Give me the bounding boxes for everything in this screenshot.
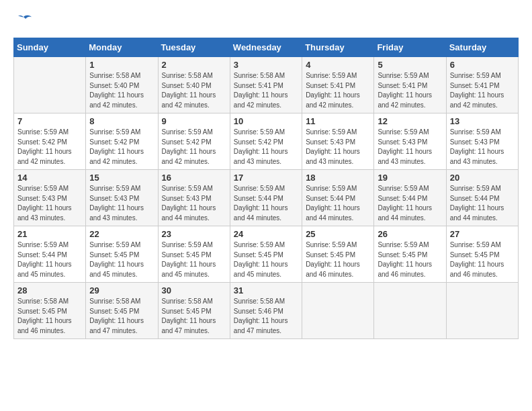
page-header (13, 13, 519, 27)
day-detail: Sunrise: 5:58 AM Sunset: 5:40 PM Dayligh… (162, 71, 226, 110)
day-cell: 9Sunrise: 5:59 AM Sunset: 5:42 PM Daylig… (158, 113, 230, 170)
day-detail: Sunrise: 5:59 AM Sunset: 5:41 PM Dayligh… (450, 71, 515, 110)
week-row-1: 1Sunrise: 5:58 AM Sunset: 5:40 PM Daylig… (14, 57, 519, 113)
day-cell: 31Sunrise: 5:58 AM Sunset: 5:46 PM Dayli… (230, 283, 302, 339)
day-cell: 27Sunrise: 5:59 AM Sunset: 5:45 PM Dayli… (446, 226, 518, 283)
day-detail: Sunrise: 5:59 AM Sunset: 5:43 PM Dayligh… (306, 128, 370, 167)
day-cell: 7Sunrise: 5:59 AM Sunset: 5:42 PM Daylig… (14, 113, 86, 170)
day-detail: Sunrise: 5:59 AM Sunset: 5:43 PM Dayligh… (89, 184, 154, 223)
calendar-table: SundayMondayTuesdayWednesdayThursdayFrid… (13, 38, 519, 339)
day-detail: Sunrise: 5:59 AM Sunset: 5:45 PM Dayligh… (234, 240, 298, 279)
day-detail: Sunrise: 5:59 AM Sunset: 5:45 PM Dayligh… (378, 240, 442, 279)
day-number: 24 (234, 229, 298, 239)
day-number: 20 (450, 173, 515, 183)
day-cell: 8Sunrise: 5:59 AM Sunset: 5:42 PM Daylig… (86, 113, 158, 170)
day-number: 16 (162, 173, 226, 183)
day-number: 13 (450, 116, 515, 126)
day-number: 14 (17, 173, 82, 183)
calendar-body: 1Sunrise: 5:58 AM Sunset: 5:40 PM Daylig… (14, 57, 519, 339)
day-detail: Sunrise: 5:58 AM Sunset: 5:46 PM Dayligh… (234, 297, 298, 336)
day-number: 15 (89, 173, 154, 183)
day-cell (446, 283, 518, 339)
day-number: 18 (306, 173, 370, 183)
day-cell: 15Sunrise: 5:59 AM Sunset: 5:43 PM Dayli… (86, 170, 158, 226)
day-detail: Sunrise: 5:58 AM Sunset: 5:45 PM Dayligh… (17, 297, 82, 336)
day-detail: Sunrise: 5:59 AM Sunset: 5:45 PM Dayligh… (89, 240, 154, 279)
column-header-sunday: Sunday (14, 38, 86, 57)
day-number: 5 (378, 60, 442, 70)
day-cell: 5Sunrise: 5:59 AM Sunset: 5:41 PM Daylig… (374, 57, 446, 113)
day-number: 19 (378, 173, 442, 183)
day-number: 17 (234, 173, 298, 183)
column-header-tuesday: Tuesday (158, 38, 230, 57)
day-detail: Sunrise: 5:59 AM Sunset: 5:42 PM Dayligh… (17, 128, 82, 167)
day-number: 8 (89, 116, 154, 126)
column-header-monday: Monday (86, 38, 158, 57)
day-detail: Sunrise: 5:58 AM Sunset: 5:45 PM Dayligh… (89, 297, 154, 336)
day-cell: 26Sunrise: 5:59 AM Sunset: 5:45 PM Dayli… (374, 226, 446, 283)
day-cell: 25Sunrise: 5:59 AM Sunset: 5:45 PM Dayli… (302, 226, 374, 283)
day-detail: Sunrise: 5:59 AM Sunset: 5:43 PM Dayligh… (162, 184, 226, 223)
day-number: 3 (234, 60, 298, 70)
week-row-4: 21Sunrise: 5:59 AM Sunset: 5:44 PM Dayli… (14, 226, 519, 283)
day-cell: 23Sunrise: 5:59 AM Sunset: 5:45 PM Dayli… (158, 226, 230, 283)
day-number: 27 (450, 229, 515, 239)
day-cell: 17Sunrise: 5:59 AM Sunset: 5:44 PM Dayli… (230, 170, 302, 226)
day-detail: Sunrise: 5:59 AM Sunset: 5:42 PM Dayligh… (234, 128, 298, 167)
day-number: 4 (306, 60, 370, 70)
day-cell: 14Sunrise: 5:59 AM Sunset: 5:43 PM Dayli… (14, 170, 86, 226)
day-detail: Sunrise: 5:59 AM Sunset: 5:43 PM Dayligh… (17, 184, 82, 223)
day-detail: Sunrise: 5:59 AM Sunset: 5:44 PM Dayligh… (234, 184, 298, 223)
day-cell: 1Sunrise: 5:58 AM Sunset: 5:40 PM Daylig… (86, 57, 158, 113)
day-detail: Sunrise: 5:59 AM Sunset: 5:43 PM Dayligh… (378, 128, 442, 167)
logo-icon (13, 13, 34, 27)
day-cell: 24Sunrise: 5:59 AM Sunset: 5:45 PM Dayli… (230, 226, 302, 283)
column-header-thursday: Thursday (302, 38, 374, 57)
day-cell (14, 57, 86, 113)
column-header-saturday: Saturday (446, 38, 518, 57)
day-cell (374, 283, 446, 339)
day-detail: Sunrise: 5:58 AM Sunset: 5:40 PM Dayligh… (89, 71, 154, 110)
day-cell: 10Sunrise: 5:59 AM Sunset: 5:42 PM Dayli… (230, 113, 302, 170)
week-row-3: 14Sunrise: 5:59 AM Sunset: 5:43 PM Dayli… (14, 170, 519, 226)
day-number: 6 (450, 60, 515, 70)
day-detail: Sunrise: 5:59 AM Sunset: 5:42 PM Dayligh… (89, 128, 154, 167)
day-cell: 16Sunrise: 5:59 AM Sunset: 5:43 PM Dayli… (158, 170, 230, 226)
day-cell: 12Sunrise: 5:59 AM Sunset: 5:43 PM Dayli… (374, 113, 446, 170)
day-number: 29 (89, 285, 154, 295)
day-cell: 4Sunrise: 5:59 AM Sunset: 5:41 PM Daylig… (302, 57, 374, 113)
day-detail: Sunrise: 5:59 AM Sunset: 5:41 PM Dayligh… (378, 71, 442, 110)
day-detail: Sunrise: 5:58 AM Sunset: 5:41 PM Dayligh… (234, 71, 298, 110)
day-cell (302, 283, 374, 339)
day-cell: 2Sunrise: 5:58 AM Sunset: 5:40 PM Daylig… (158, 57, 230, 113)
day-number: 25 (306, 229, 370, 239)
column-header-wednesday: Wednesday (230, 38, 302, 57)
week-row-5: 28Sunrise: 5:58 AM Sunset: 5:45 PM Dayli… (14, 283, 519, 339)
day-number: 2 (162, 60, 226, 70)
day-detail: Sunrise: 5:59 AM Sunset: 5:45 PM Dayligh… (162, 240, 226, 279)
day-detail: Sunrise: 5:58 AM Sunset: 5:45 PM Dayligh… (162, 297, 226, 336)
day-detail: Sunrise: 5:59 AM Sunset: 5:43 PM Dayligh… (450, 128, 515, 167)
column-header-friday: Friday (374, 38, 446, 57)
day-number: 9 (162, 116, 226, 126)
day-cell: 22Sunrise: 5:59 AM Sunset: 5:45 PM Dayli… (86, 226, 158, 283)
day-number: 30 (162, 285, 226, 295)
day-cell: 28Sunrise: 5:58 AM Sunset: 5:45 PM Dayli… (14, 283, 86, 339)
day-cell: 29Sunrise: 5:58 AM Sunset: 5:45 PM Dayli… (86, 283, 158, 339)
day-detail: Sunrise: 5:59 AM Sunset: 5:41 PM Dayligh… (306, 71, 370, 110)
day-cell: 19Sunrise: 5:59 AM Sunset: 5:44 PM Dayli… (374, 170, 446, 226)
day-cell: 18Sunrise: 5:59 AM Sunset: 5:44 PM Dayli… (302, 170, 374, 226)
day-number: 10 (234, 116, 298, 126)
day-cell: 30Sunrise: 5:58 AM Sunset: 5:45 PM Dayli… (158, 283, 230, 339)
day-cell: 6Sunrise: 5:59 AM Sunset: 5:41 PM Daylig… (446, 57, 518, 113)
day-number: 26 (378, 229, 442, 239)
day-cell: 11Sunrise: 5:59 AM Sunset: 5:43 PM Dayli… (302, 113, 374, 170)
day-number: 22 (89, 229, 154, 239)
day-detail: Sunrise: 5:59 AM Sunset: 5:42 PM Dayligh… (162, 128, 226, 167)
day-detail: Sunrise: 5:59 AM Sunset: 5:44 PM Dayligh… (450, 184, 515, 223)
day-cell: 3Sunrise: 5:58 AM Sunset: 5:41 PM Daylig… (230, 57, 302, 113)
day-number: 31 (234, 285, 298, 295)
calendar-header: SundayMondayTuesdayWednesdayThursdayFrid… (14, 38, 519, 57)
day-cell: 20Sunrise: 5:59 AM Sunset: 5:44 PM Dayli… (446, 170, 518, 226)
day-detail: Sunrise: 5:59 AM Sunset: 5:45 PM Dayligh… (450, 240, 515, 279)
